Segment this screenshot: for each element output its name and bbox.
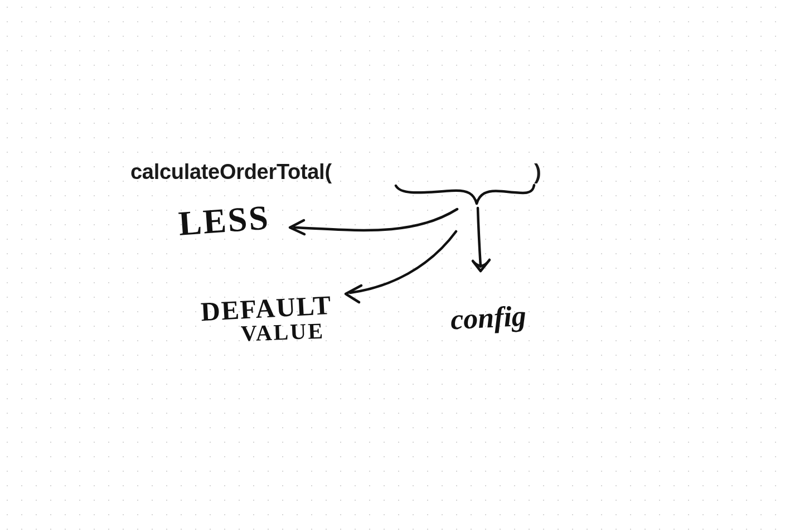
ink-strokes (0, 0, 785, 532)
handwritten-config: config (450, 299, 527, 336)
handwritten-less: LESS (177, 197, 271, 243)
handwritten-value: VALUE (240, 317, 324, 346)
function-close-paren: ) (534, 160, 541, 184)
function-name-open: calculateOrderTotal( (130, 160, 332, 184)
